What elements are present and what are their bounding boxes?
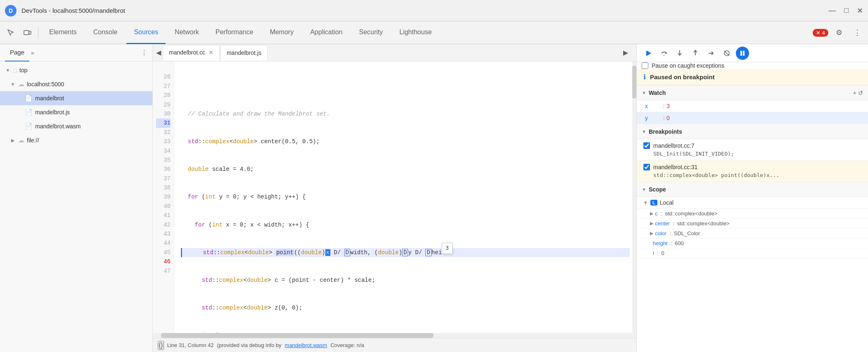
page-tab-label[interactable]: Page: [5, 44, 29, 61]
devtools-toolbar: Elements Console Sources Network Perform…: [0, 21, 868, 44]
file-panel-header: Page » ⋮: [0, 44, 152, 61]
scope-var-height[interactable]: height : 600: [637, 239, 868, 248]
scope-var-i[interactable]: i : 0: [637, 248, 868, 258]
code-line-30: for (int x = 0; x < width; x++) {: [181, 220, 630, 229]
tree-item-top[interactable]: ▼ □ top: [0, 63, 152, 77]
tree-item-label: file://: [27, 137, 39, 144]
svg-rect-1: [29, 31, 31, 34]
exception-check-row: Pause on caught exceptions: [637, 62, 868, 69]
deactivate-breakpoints-button[interactable]: [720, 47, 733, 60]
file-panel-menu-button[interactable]: ⋮: [141, 49, 147, 57]
device-toggle-button[interactable]: [20, 25, 35, 40]
code-editor: 26 27 28 29 30 31 32 33 34 35 36 37 38 3…: [153, 61, 636, 338]
more-menu-button[interactable]: ⋮: [850, 25, 865, 40]
status-bar: {} Line 31, Column 42 (provided via debu…: [153, 338, 636, 352]
tree-item-mandelbrot-js[interactable]: 📄 mandelbrot.js: [0, 105, 152, 119]
local-toggle-icon: ▼: [643, 200, 648, 205]
close-tab-cc-button[interactable]: ✕: [209, 49, 213, 56]
editor-panel: ◀ mandelbrot.cc ✕ mandelbrot.js ▶ 26 27 …: [153, 44, 637, 352]
breakpoints-section-label: Breakpoints: [649, 128, 682, 135]
tab-lighthouse[interactable]: Lighthouse: [392, 21, 439, 44]
tab-sources[interactable]: Sources: [126, 21, 166, 44]
watch-name-y: y: [645, 115, 662, 121]
toolbar-separator-1: [38, 27, 38, 38]
tree-item-mandelbrot-wasm[interactable]: 📄 mandelbrot.wasm: [0, 119, 152, 133]
tab-mandelbrot-cc[interactable]: mandelbrot.cc ✕: [163, 45, 220, 61]
breakpoint-notice-text: Paused on breakpoint: [650, 73, 715, 80]
tree-item-localhost[interactable]: ▼ ☁ localhost:5000: [0, 77, 152, 91]
scope-toggle-icon: ▼: [642, 187, 646, 192]
tab-label: mandelbrot.js: [227, 50, 261, 56]
tab-performance[interactable]: Performance: [208, 21, 261, 44]
breakpoint-checkbox-31[interactable]: [643, 164, 650, 170]
tab-network[interactable]: Network: [167, 21, 206, 44]
editor-tabs-bar: ◀ mandelbrot.cc ✕ mandelbrot.js ▶: [153, 44, 636, 61]
tab-mandelbrot-js[interactable]: mandelbrot.js: [221, 45, 268, 61]
watch-value-y: 0: [666, 115, 670, 121]
step-over-button[interactable]: [657, 47, 671, 60]
format-button[interactable]: {}: [158, 341, 164, 350]
watch-section-label: Watch: [649, 90, 666, 96]
code-content[interactable]: // Calculate and draw the Mandelbrot set…: [174, 61, 636, 338]
scope-var-color[interactable]: ▶ color : SDL_Color: [637, 229, 868, 239]
page-tab-chevron[interactable]: »: [31, 50, 34, 56]
breakpoint-file-31: mandelbrot.cc:31: [653, 164, 697, 170]
minimize-button[interactable]: —: [828, 6, 836, 15]
watch-item-x: x : 3: [637, 100, 868, 112]
error-badge: ✕ 4: [813, 29, 828, 37]
tab-application[interactable]: Application: [303, 21, 350, 44]
tree-item-label: mandelbrot.js: [35, 109, 70, 116]
nav-history-button[interactable]: ◀: [154, 49, 163, 57]
watch-name-x: x: [645, 103, 662, 109]
debugger-controls: [637, 44, 868, 62]
tab-console[interactable]: Console: [86, 21, 125, 44]
tree-item-mandelbrot[interactable]: 📄 mandelbrot: [0, 91, 152, 105]
tab-security[interactable]: Security: [351, 21, 390, 44]
horizontal-scrollbar-track[interactable]: [153, 333, 636, 338]
code-line-27: std::complex<double> center(0.5, 0.5);: [181, 137, 630, 146]
tab-memory[interactable]: Memory: [262, 21, 301, 44]
breakpoint-checkbox-7[interactable]: [643, 142, 650, 149]
add-watch-button[interactable]: +: [853, 90, 856, 96]
code-line-26: // Calculate and draw the Mandelbrot set…: [181, 109, 630, 118]
resume-button[interactable]: [642, 47, 655, 60]
inspect-element-button[interactable]: [3, 25, 18, 40]
source-wasm-link[interactable]: mandelbrot.wasm: [285, 342, 327, 348]
vertical-scrollbar-track[interactable]: [632, 61, 636, 338]
scope-local-header[interactable]: ▼ L Local: [637, 197, 868, 209]
code-line-25: [181, 82, 630, 91]
close-button[interactable]: ✕: [857, 6, 863, 15]
tree-item-file[interactable]: ▶ ☁ file://: [0, 133, 152, 147]
tree-item-label: localhost:5000: [27, 81, 64, 87]
maximize-button[interactable]: □: [844, 6, 849, 15]
file-icon-js: 📄: [25, 109, 33, 116]
file-panel: Page » ⋮ ▼ □ top ▼ ☁ localhost:5000 📄 ma…: [0, 44, 153, 352]
breakpoint-notice: ℹ Paused on breakpoint: [637, 69, 868, 85]
tab-elements[interactable]: Elements: [42, 21, 84, 44]
window-title: DevTools - localhost:5000/mandelbrot: [21, 7, 823, 14]
horizontal-scrollbar-thumb[interactable]: [161, 333, 434, 338]
breakpoints-section-header[interactable]: ▼ Breakpoints: [637, 124, 868, 139]
pause-on-exceptions-checkbox[interactable]: [642, 62, 648, 69]
watch-section-header[interactable]: ▼ Watch + ↺: [637, 85, 868, 100]
vertical-scrollbar-thumb[interactable]: [632, 66, 636, 99]
breakpoint-item-31: mandelbrot.cc:31 std::complex<double> po…: [637, 161, 868, 182]
watch-section-actions: + ↺: [853, 90, 863, 96]
code-line-31: std::complex<double> point((double)x D/ …: [181, 248, 630, 257]
scope-section-header[interactable]: ▼ Scope: [637, 182, 868, 197]
breakpoint-code-7: SDL_Init(SDL_INIT_VIDEO);: [643, 151, 861, 157]
refresh-watch-button[interactable]: ↺: [858, 90, 863, 96]
step-into-button[interactable]: [673, 47, 686, 60]
toolbar-right: ✕ 4 ⚙ ⋮: [813, 25, 865, 40]
step-button[interactable]: [704, 47, 718, 60]
scope-var-c[interactable]: ▶ c : std::complex<double>: [637, 209, 868, 219]
breakpoint-file-7: mandelbrot.cc:7: [653, 142, 695, 149]
cloud-icon: ☁: [18, 80, 24, 88]
settings-button[interactable]: ⚙: [832, 25, 847, 40]
step-out-button[interactable]: [689, 47, 702, 60]
scope-var-center[interactable]: ▶ center : std::complex<double>: [637, 219, 868, 229]
pause-button[interactable]: [736, 47, 749, 60]
cloud-icon-file: ☁: [18, 137, 24, 144]
play-button[interactable]: ▶: [620, 47, 631, 59]
local-badge: L: [650, 200, 657, 206]
